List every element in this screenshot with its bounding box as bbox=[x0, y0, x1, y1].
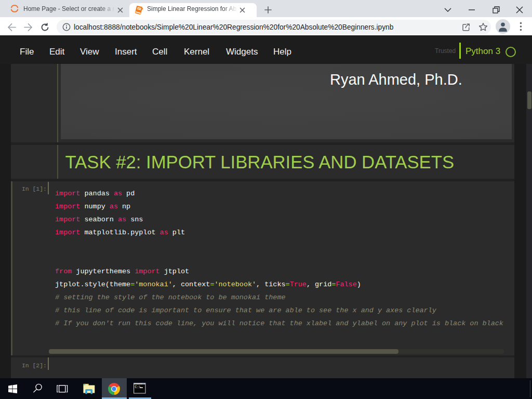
svg-text:C:\: C:\ bbox=[135, 385, 141, 389]
